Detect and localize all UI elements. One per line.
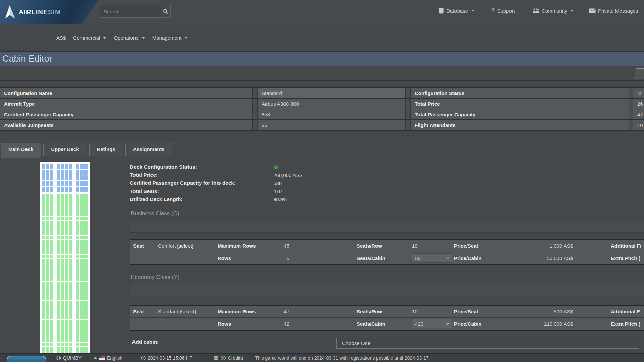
user-indicator[interactable]: QUIMBY: [56, 354, 82, 362]
seat: [69, 347, 72, 350]
seat-group: [76, 270, 88, 274]
seat: [46, 285, 49, 289]
game-time: 2024-03-15 15:06 HT: [141, 354, 192, 362]
airlinesim-logo[interactable]: AIRLINESIM: [0, 0, 99, 24]
seat: [65, 217, 68, 220]
config-name-value[interactable]: Standard: [258, 88, 405, 98]
seat: [84, 255, 88, 258]
nav-operations[interactable]: Operations: [114, 35, 145, 41]
seat-row: [42, 335, 88, 338]
table-row: Configuration Name Standard Configuratio…: [0, 88, 644, 99]
chevron-down-icon: [471, 10, 475, 12]
seat: [76, 247, 79, 250]
seat: [84, 274, 88, 277]
seat-group: [57, 350, 72, 353]
toolbar-button-clipped[interactable]: [635, 68, 644, 79]
menu-community[interactable]: Community: [533, 0, 574, 21]
seat: [84, 164, 88, 169]
seat: [84, 170, 88, 175]
seat: [61, 240, 64, 243]
rows-value: 42: [268, 321, 289, 327]
seat-group: [42, 251, 53, 254]
seat: [50, 301, 53, 304]
add-cabin-dropdown[interactable]: Choose One: [336, 338, 639, 349]
seat-group: [42, 194, 53, 197]
seat: [84, 221, 88, 224]
menu-private-messages[interactable]: Private Messages: [589, 0, 638, 21]
seat: [69, 170, 72, 175]
seat: [42, 205, 45, 208]
status-pill-button[interactable]: [7, 356, 46, 362]
seat: [80, 209, 84, 213]
seat-group: [76, 164, 88, 169]
credits-indicator[interactable]: 60 Credits: [213, 354, 243, 362]
seat-group: [42, 343, 53, 346]
search-input[interactable]: [100, 5, 161, 18]
tab-upper-deck[interactable]: Upper Deck: [43, 143, 87, 156]
seat: [84, 350, 88, 353]
seat: [46, 217, 49, 220]
tab-assignments[interactable]: Assignments: [125, 143, 172, 156]
seat: [46, 251, 49, 254]
coins-icon: [213, 356, 219, 360]
seat-group: [57, 213, 72, 216]
config-name-label: Configuration Name: [0, 90, 252, 96]
nav-management[interactable]: Management: [152, 35, 188, 41]
tab-ratings[interactable]: Ratings: [89, 143, 123, 156]
column-divider: [252, 120, 258, 130]
language-selector[interactable]: English: [93, 354, 122, 362]
nav-commercial[interactable]: Commercial: [73, 35, 106, 41]
seats-per-cabin-dropdown[interactable]: 420: [412, 319, 452, 328]
seat-group: [76, 232, 88, 235]
seat: [76, 262, 79, 266]
seat-group: [57, 243, 72, 247]
seat-group: [57, 194, 72, 197]
tab-main-deck[interactable]: Main Deck: [1, 143, 41, 158]
seat: [46, 224, 49, 228]
seat: [61, 175, 64, 180]
seat: [80, 282, 84, 285]
seat: [57, 181, 60, 186]
business-class-table: Seat Comfort [select] Maximum Rows 45 Se…: [130, 239, 644, 265]
seat-group: [57, 221, 72, 224]
seat: [84, 293, 88, 296]
seat-group: [76, 194, 88, 197]
seat: [65, 164, 68, 169]
search-button[interactable]: [161, 5, 171, 18]
seat: [65, 236, 68, 239]
seat: [76, 347, 79, 350]
seat: [57, 343, 60, 346]
seat: [80, 187, 84, 192]
seat: [69, 266, 72, 269]
seat: [84, 270, 88, 274]
seat: [42, 282, 45, 285]
seats-per-cabin-dropdown[interactable]: 50: [412, 253, 452, 263]
seat-select-link[interactable]: [select]: [180, 309, 196, 314]
language-label: English: [107, 355, 122, 361]
seat: [84, 347, 88, 350]
menu-support[interactable]: ? Support: [491, 0, 515, 21]
seat-row: [42, 301, 88, 304]
seats-per-row-label: Seats/Row: [357, 243, 412, 249]
seat: [57, 350, 60, 353]
seat: [65, 278, 68, 281]
config-status-value: ok: [633, 88, 644, 98]
seat: [65, 175, 68, 180]
seat: [61, 335, 64, 338]
seat: [69, 201, 72, 205]
seat: [69, 274, 72, 277]
seat: [84, 327, 88, 331]
seat: [61, 282, 64, 285]
seat-group: [76, 343, 88, 346]
nav-as-money[interactable]: AS$: [56, 35, 66, 41]
seat: [46, 316, 49, 319]
seat-group: [42, 274, 53, 277]
seat-select-link[interactable]: [select]: [177, 243, 194, 249]
seat: [69, 213, 72, 216]
seat-group: [42, 201, 53, 205]
menu-database[interactable]: Database: [438, 0, 475, 21]
seat-group: [42, 221, 53, 224]
seat: [76, 316, 79, 319]
seat-group: [57, 335, 72, 338]
seat: [42, 335, 45, 338]
